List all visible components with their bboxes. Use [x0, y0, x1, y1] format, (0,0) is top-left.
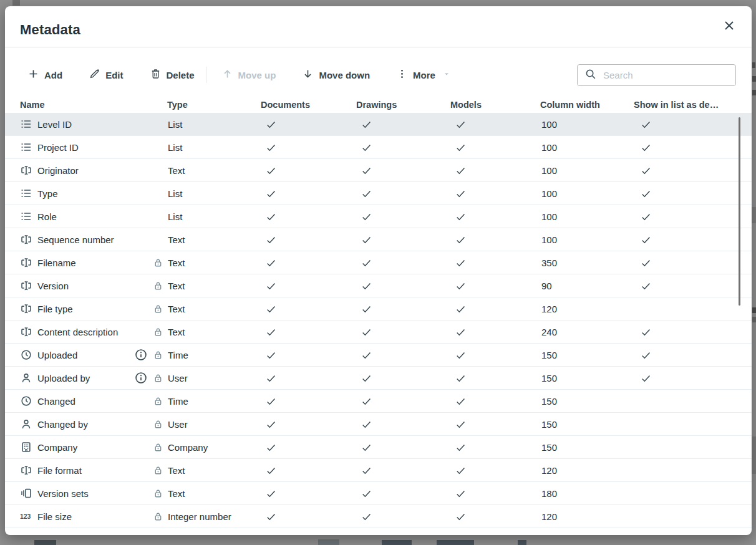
- field-type-label: List: [168, 119, 182, 130]
- field-name-label: Sequence number: [37, 234, 114, 245]
- toolbar: Add Edit Delete Move up Move down More: [27, 64, 452, 86]
- models-checkmark: [450, 251, 540, 274]
- drawings-checkmark: [356, 344, 450, 366]
- list-icon: [20, 118, 32, 130]
- field-type-label: Text: [168, 281, 185, 291]
- field-type-label: Text: [168, 165, 185, 176]
- documents-checkmark: [261, 413, 356, 435]
- table-row[interactable]: Uploaded by User 150: [5, 367, 752, 390]
- field-type-label: Time: [168, 396, 188, 407]
- lock-icon: [152, 280, 164, 292]
- column-header-name: Name: [20, 100, 152, 110]
- drawings-checkmark: [356, 297, 450, 320]
- models-checkmark: [450, 459, 540, 481]
- text-cursor-icon: [20, 279, 32, 292]
- field-name-label: Project ID: [37, 142, 79, 153]
- text-cursor-icon: [20, 256, 32, 269]
- background-fragment: [752, 317, 756, 322]
- field-type-label: Time: [168, 350, 188, 360]
- table-row[interactable]: Sequence number Text 100: [5, 228, 752, 251]
- documents-checkmark: [261, 228, 356, 251]
- models-checkmark: [450, 182, 540, 205]
- show-in-list-checkmark: [634, 344, 752, 366]
- table-row[interactable]: Version sets Text 180: [5, 482, 752, 505]
- arrow-up-icon: [221, 68, 233, 82]
- column-width-value: 150: [540, 390, 634, 412]
- background-fragment: [752, 307, 756, 313]
- background-fragment: [382, 540, 412, 545]
- show-in-list-checkmark: [634, 136, 752, 158]
- more-button[interactable]: More: [396, 68, 452, 82]
- table-row[interactable]: Version Text 90: [5, 274, 752, 297]
- table-row[interactable]: Role List 100: [5, 205, 752, 228]
- info-icon[interactable]: [134, 348, 148, 362]
- lock-icon: [152, 511, 164, 523]
- table-row[interactable]: File type Text 120: [5, 297, 752, 321]
- table-row[interactable]: File format Text 120: [5, 459, 752, 482]
- documents-checkmark: [261, 251, 356, 274]
- info-icon[interactable]: [134, 371, 148, 385]
- column-width-value: 150: [540, 344, 634, 366]
- version-sets-icon: [20, 487, 32, 499]
- list-icon: [20, 210, 32, 223]
- documents-checkmark: [261, 367, 356, 389]
- drawings-checkmark: [356, 136, 450, 158]
- background-fragment: [752, 436, 756, 474]
- search-icon: [584, 68, 597, 83]
- field-name-label: Content description: [37, 327, 118, 337]
- plus-icon: [27, 68, 39, 82]
- vertical-scrollbar-thumb[interactable]: [739, 117, 740, 306]
- table-row[interactable]: Level ID List 100: [5, 113, 752, 136]
- clock-icon: [20, 349, 32, 361]
- drawings-checkmark: [356, 182, 450, 205]
- lock-icon: [152, 465, 164, 476]
- lock-icon: [152, 303, 164, 315]
- table-row[interactable]: Filename Text 350: [5, 251, 752, 274]
- close-button[interactable]: [720, 17, 739, 36]
- field-type-label: Text: [168, 258, 185, 268]
- svg-text:123: 123: [20, 513, 31, 520]
- title-divider: [5, 47, 752, 47]
- text-cursor-icon: [20, 302, 32, 315]
- drawings-checkmark: [356, 459, 450, 481]
- table-row[interactable]: 123 File size Integer number 120: [5, 505, 752, 528]
- table-row[interactable]: Originator Text 100: [5, 159, 752, 182]
- show-in-list-checkmark: [634, 274, 752, 297]
- field-type-label: List: [168, 188, 182, 199]
- field-name-label: Level ID: [37, 119, 72, 130]
- table-row[interactable]: Type List 100: [5, 182, 752, 205]
- table-row[interactable]: Company Company 150: [5, 436, 752, 459]
- show-in-list-checkmark: [634, 390, 752, 412]
- show-in-list-checkmark: [634, 159, 752, 181]
- field-name-label: Version: [37, 281, 69, 291]
- models-checkmark: [450, 482, 540, 504]
- lock-icon: [152, 418, 164, 430]
- background-fragment: [752, 207, 756, 223]
- models-checkmark: [450, 367, 540, 389]
- text-cursor-icon: [20, 233, 32, 246]
- table-row[interactable]: Uploaded Time 150: [5, 344, 752, 367]
- delete-button[interactable]: Delete: [150, 68, 195, 82]
- documents-checkmark: [261, 436, 356, 458]
- column-header-show-in-list: Show in list as de…: [634, 100, 752, 110]
- field-name-label: Type: [37, 188, 58, 199]
- search-input[interactable]: [602, 69, 729, 81]
- drawings-checkmark: [356, 228, 450, 251]
- add-button[interactable]: Add: [27, 68, 62, 82]
- field-type-label: Text: [168, 327, 185, 337]
- table-row[interactable]: Changed Time 150: [5, 390, 752, 413]
- column-width-value: 120: [540, 505, 634, 528]
- move-down-button[interactable]: Move down: [302, 68, 370, 82]
- table-row[interactable]: Changed by User 150: [5, 413, 752, 436]
- column-width-value: 120: [540, 459, 634, 481]
- move-up-button[interactable]: Move up: [221, 68, 276, 82]
- edit-button[interactable]: Edit: [89, 68, 123, 82]
- drawings-checkmark: [356, 113, 450, 135]
- number-123-icon: 123: [20, 510, 32, 523]
- documents-checkmark: [261, 344, 356, 366]
- documents-checkmark: [261, 159, 356, 181]
- table-row[interactable]: Project ID List 100: [5, 136, 752, 159]
- background-fragment: [518, 540, 526, 545]
- background-fragment: [34, 540, 56, 545]
- table-row[interactable]: Content description Text 240: [5, 321, 752, 344]
